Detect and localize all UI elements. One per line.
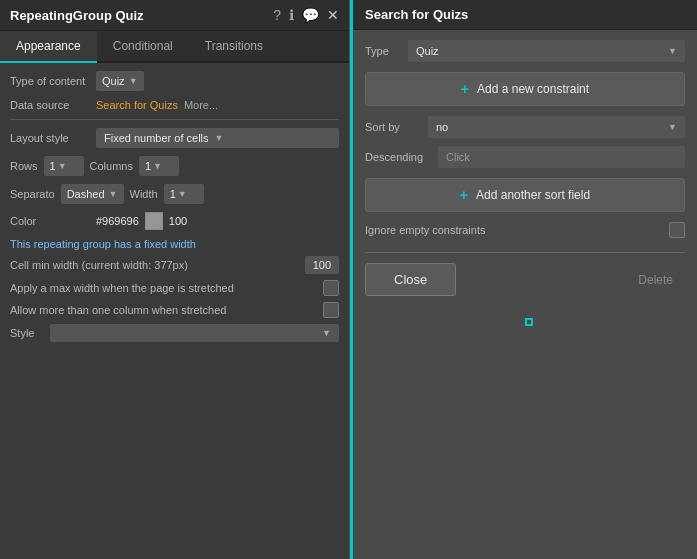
type-of-content-label: Type of content: [10, 75, 90, 87]
max-width-toggle[interactable]: [323, 280, 339, 296]
sort-by-value: no: [436, 121, 448, 133]
sort-by-row: Sort by no ▼: [365, 116, 685, 138]
separator-width-row: Separato Dashed ▼ Width 1 ▼: [10, 184, 339, 204]
separator-arrow: ▼: [109, 189, 118, 199]
layout-style-value: Fixed number of cells: [104, 132, 209, 144]
color-hex: #969696: [96, 215, 139, 227]
sort-by-select[interactable]: no ▼: [428, 116, 685, 138]
right-header: Search for Quizs: [353, 0, 697, 30]
separator-value: Dashed: [67, 188, 105, 200]
descending-label: Descending: [365, 151, 430, 163]
data-source-row: Data source Search for Quizs More...: [10, 99, 339, 111]
layout-style-arrow: ▼: [215, 133, 224, 143]
type-of-content-arrow: ▼: [129, 76, 138, 86]
color-swatch[interactable]: [145, 212, 163, 230]
data-source-label: Data source: [10, 99, 90, 111]
tab-transitions[interactable]: Transitions: [189, 31, 279, 63]
descending-click[interactable]: Click: [438, 146, 685, 168]
help-icon[interactable]: ?: [273, 7, 281, 23]
rows-input[interactable]: 1 ▼: [44, 156, 84, 176]
cell-min-row: Cell min width (current width: 377px) 10…: [10, 256, 339, 274]
columns-input[interactable]: 1 ▼: [139, 156, 179, 176]
style-select[interactable]: ▼: [50, 324, 339, 342]
layout-style-select[interactable]: Fixed number of cells ▼: [96, 128, 339, 148]
close-button[interactable]: Close: [365, 263, 456, 296]
columns-label: Columns: [90, 160, 133, 172]
type-arrow: ▼: [668, 46, 677, 56]
action-row: Close Delete: [365, 263, 685, 296]
cyan-dot: [525, 318, 533, 326]
type-of-content-select[interactable]: Quiz ▼: [96, 71, 144, 91]
rows-arrow: ▼: [58, 161, 67, 171]
panel-title: RepeatingGroup Quiz: [10, 8, 144, 23]
right-body: Type Quiz ▼ + Add a new constraint Sort …: [353, 30, 697, 559]
width-input[interactable]: 1 ▼: [164, 184, 204, 204]
style-arrow: ▼: [322, 328, 331, 338]
header-icons: ? ℹ 💬 ✕: [273, 7, 339, 23]
style-row: Style ▼: [10, 324, 339, 342]
multi-col-label: Allow more than one column when stretche…: [10, 304, 226, 316]
type-of-content-value: Quiz: [102, 75, 125, 87]
tabs: Appearance Conditional Transitions: [0, 31, 349, 63]
delete-button[interactable]: Delete: [626, 265, 685, 295]
width-arrow: ▼: [178, 189, 187, 199]
type-row: Type Quiz ▼: [365, 40, 685, 62]
separato-label: Separato: [10, 188, 55, 200]
bottom-marker: [365, 306, 685, 326]
panel-close-icon[interactable]: ✕: [327, 7, 339, 23]
cell-min-value[interactable]: 100: [305, 256, 339, 274]
sort-by-label: Sort by: [365, 121, 420, 133]
style-label: Style: [10, 327, 50, 339]
type-label: Type: [365, 45, 400, 57]
right-panel: Search for Quizs Type Quiz ▼ + Add a new…: [350, 0, 697, 559]
sort-by-arrow: ▼: [668, 122, 677, 132]
add-constraint-plus-icon: +: [461, 81, 469, 97]
type-of-content-row: Type of content Quiz ▼: [10, 71, 339, 91]
width-label: Width: [130, 188, 158, 200]
rows-label: Rows: [10, 160, 38, 172]
data-source-more[interactable]: More...: [184, 99, 218, 111]
panel-body: Type of content Quiz ▼ Data source Searc…: [0, 63, 349, 559]
ignore-toggle[interactable]: [669, 222, 685, 238]
left-panel: RepeatingGroup Quiz ? ℹ 💬 ✕ Appearance C…: [0, 0, 350, 559]
add-constraint-label: Add a new constraint: [477, 82, 589, 96]
tab-conditional[interactable]: Conditional: [97, 31, 189, 63]
comment-icon[interactable]: 💬: [302, 7, 319, 23]
columns-value: 1: [145, 160, 151, 172]
columns-arrow: ▼: [153, 161, 162, 171]
add-sort-label: Add another sort field: [476, 188, 590, 202]
data-source-link[interactable]: Search for Quizs: [96, 99, 178, 111]
color-row: Color #969696 100: [10, 212, 339, 230]
multi-col-toggle[interactable]: [323, 302, 339, 318]
max-width-label: Apply a max width when the page is stret…: [10, 282, 234, 294]
separator-select[interactable]: Dashed ▼: [61, 184, 124, 204]
rows-value: 1: [50, 160, 56, 172]
layout-style-label: Layout style: [10, 132, 90, 144]
tab-appearance[interactable]: Appearance: [0, 31, 97, 63]
type-value: Quiz: [416, 45, 439, 57]
type-select[interactable]: Quiz ▼: [408, 40, 685, 62]
descending-row: Descending Click: [365, 146, 685, 168]
multi-col-row: Allow more than one column when stretche…: [10, 302, 339, 318]
ignore-label: Ignore empty constraints: [365, 224, 485, 236]
opacity-value: 100: [169, 215, 187, 227]
add-sort-plus-icon: +: [460, 187, 468, 203]
ignore-row: Ignore empty constraints: [365, 222, 685, 238]
panel-header: RepeatingGroup Quiz ? ℹ 💬 ✕: [0, 0, 349, 31]
cell-min-label: Cell min width (current width: 377px): [10, 259, 188, 271]
divider: [365, 252, 685, 253]
separator-1: [10, 119, 339, 120]
info-text: This repeating group has a fixed width: [10, 238, 339, 250]
add-sort-button[interactable]: + Add another sort field: [365, 178, 685, 212]
width-value: 1: [170, 188, 176, 200]
max-width-row: Apply a max width when the page is stret…: [10, 280, 339, 296]
layout-style-row: Layout style Fixed number of cells ▼: [10, 128, 339, 148]
info-icon[interactable]: ℹ: [289, 7, 294, 23]
add-constraint-button[interactable]: + Add a new constraint: [365, 72, 685, 106]
rows-columns-row: Rows 1 ▼ Columns 1 ▼: [10, 156, 339, 176]
color-label: Color: [10, 215, 90, 227]
